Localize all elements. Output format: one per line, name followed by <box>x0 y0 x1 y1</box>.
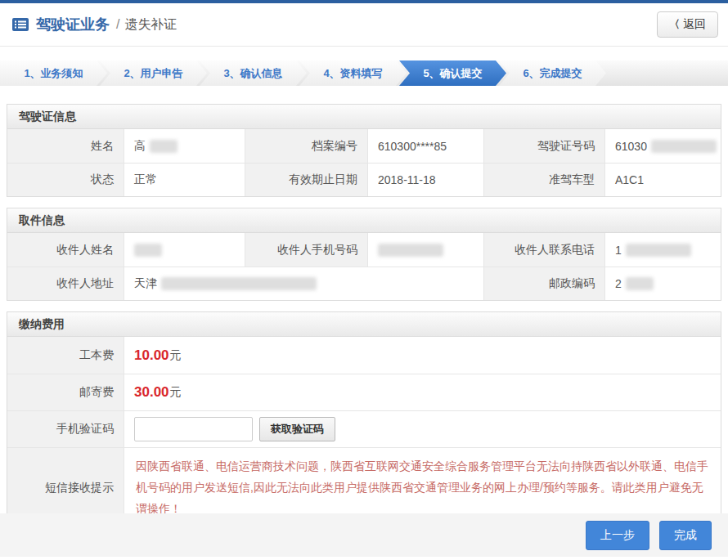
vehicle-type-label: 准驾车型 <box>483 163 604 196</box>
redacted-block <box>378 244 443 257</box>
valid-until-label: 有效期止日期 <box>245 163 367 196</box>
back-button-label: 返回 <box>683 17 706 32</box>
recipient-name-label: 收件人姓名 <box>7 233 124 267</box>
license-no-label: 驾驶证号码 <box>483 129 604 163</box>
production-fee-amount: 10.00 <box>134 347 169 364</box>
previous-step-button[interactable]: 上一步 <box>586 521 649 550</box>
get-sms-code-button[interactable]: 获取验证码 <box>259 417 335 441</box>
recipient-phone-value: 1 <box>604 233 721 267</box>
file-no-label: 档案编号 <box>245 129 367 163</box>
production-fee-value: 10.00 元 <box>124 337 721 374</box>
redacted-block <box>626 277 654 290</box>
payment-title: 缴纳费用 <box>7 312 721 337</box>
file-no-value: 610300****85 <box>367 129 483 163</box>
valid-until-value: 2018-11-18 <box>367 163 483 196</box>
page-header: 驾驶证业务 / 遗失补证 〈 返回 <box>0 3 728 47</box>
status-label: 状态 <box>7 163 124 196</box>
step-6-complete-submit[interactable]: 6、完成提交 <box>499 60 606 86</box>
license-info-section: 驾驶证信息 姓名 高 档案编号 610300****85 驾驶证号码 61030… <box>7 104 721 197</box>
sms-code-label: 手机验证码 <box>7 410 124 447</box>
page-title: 驾驶证业务 <box>36 15 110 34</box>
step-3-confirm-info[interactable]: 3、确认信息 <box>200 60 307 86</box>
recipient-mobile-label: 收件人手机号码 <box>245 233 367 267</box>
production-fee-label: 工本费 <box>7 337 124 374</box>
chevron-left-icon: 〈 <box>669 17 680 32</box>
license-info-title: 驾驶证信息 <box>7 105 721 129</box>
name-value: 高 <box>124 129 245 163</box>
redacted-block <box>134 244 162 257</box>
step-navigation: 1、业务须知 2、用户申告 3、确认信息 4、资料填写 5、确认提交 6、完成提… <box>0 60 728 86</box>
sms-code-row: 获取验证码 <box>124 410 721 447</box>
name-label: 姓名 <box>7 129 124 163</box>
recipient-mobile-value <box>367 233 483 267</box>
step-4-fill-materials[interactable]: 4、资料填写 <box>299 60 407 86</box>
step-1-business-notice[interactable]: 1、业务须知 <box>0 60 107 86</box>
recipient-address-value: 天津 <box>124 267 483 300</box>
pickup-info-section: 取件信息 收件人姓名 收件人手机号码 收件人联系电话 1 收件人地址 天津 邮政… <box>7 208 721 301</box>
production-fee-unit: 元 <box>170 348 182 363</box>
redacted-block <box>651 140 717 153</box>
recipient-phone-label: 收件人联系电话 <box>483 233 604 267</box>
license-no-value: 61030 <box>604 129 721 163</box>
back-button[interactable]: 〈 返回 <box>657 11 718 38</box>
recipient-address-label: 收件人地址 <box>7 267 124 300</box>
postal-code-value: 2 <box>604 267 721 300</box>
breadcrumb-current: 遗失补证 <box>124 16 177 34</box>
postal-code-label: 邮政编码 <box>483 267 604 300</box>
sms-code-input[interactable] <box>134 417 253 441</box>
redacted-block <box>161 277 317 290</box>
recipient-name-value <box>124 233 245 267</box>
redacted-block <box>626 244 691 257</box>
vehicle-type-value: A1C1 <box>604 163 721 196</box>
footer-action-bar: 上一步 完成 <box>0 513 728 557</box>
breadcrumb-separator: / <box>116 17 119 32</box>
payment-section: 缴纳费用 工本费 10.00 元 邮寄费 30.00 元 手机验证码 获取验证码… <box>7 311 721 529</box>
finish-button[interactable]: 完成 <box>659 521 712 550</box>
redacted-block <box>150 140 178 153</box>
mailing-fee-amount: 30.00 <box>134 384 169 401</box>
mailing-fee-label: 邮寄费 <box>7 374 124 410</box>
step-5-confirm-submit[interactable]: 5、确认提交 <box>399 60 506 86</box>
list-icon <box>11 17 29 32</box>
mailing-fee-unit: 元 <box>170 385 182 400</box>
step-2-user-declaration[interactable]: 2、用户申告 <box>100 60 207 86</box>
pickup-info-title: 取件信息 <box>7 208 721 233</box>
mailing-fee-value: 30.00 元 <box>124 374 721 410</box>
status-value: 正常 <box>124 163 245 196</box>
